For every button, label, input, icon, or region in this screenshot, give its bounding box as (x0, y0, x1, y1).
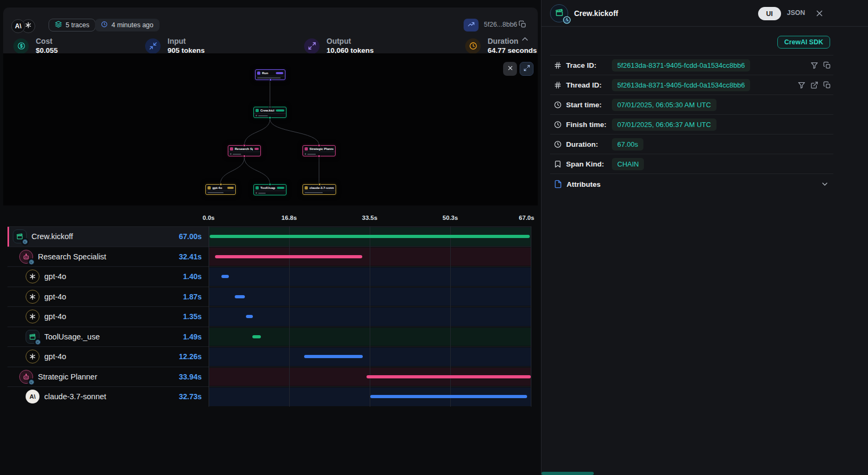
field-value-chip[interactable]: 5f2613da-8371-9405-fcdd-0a1534cc8bb6 (612, 79, 750, 91)
node-title: Research Speciali... (235, 147, 253, 151)
graph-node-run[interactable]: Run (255, 69, 285, 80)
clock-icon (465, 38, 481, 54)
row-label: gpt-4o (44, 272, 178, 281)
copy-icon[interactable] (823, 61, 831, 69)
copy-icon[interactable] (519, 20, 527, 28)
trace-viewer-app: A\ 5 traces 4 minutes ago 5f26...8bb6 Co… (0, 0, 868, 475)
axis-tick: 50.3s (443, 215, 458, 221)
span-detail-panel: Crew.kickoff UI JSON CrewAI SDK Trace ID… (541, 0, 868, 475)
node-icon (256, 109, 259, 112)
timeline-row[interactable]: Strategic Planner 33.94s (7, 367, 531, 387)
connector-dot (269, 106, 272, 108)
timeline-row[interactable]: gpt-4o 1.40s (7, 266, 531, 287)
timeline-row[interactable]: gpt-4o 1.35s (7, 306, 531, 327)
node-badge (276, 109, 284, 112)
openai-logo-icon (26, 270, 39, 283)
agent-robot-icon (19, 250, 33, 264)
output-label: Output (327, 37, 374, 46)
field-label: Thread ID: (566, 81, 612, 89)
trace-count-label: 5 traces (66, 21, 89, 29)
graph-node-claude[interactable]: claude-3.7-sonnet (302, 184, 336, 195)
bookmark-icon (554, 160, 562, 168)
row-duration: 1.49s (183, 332, 202, 341)
compress-arrows-icon (145, 38, 161, 54)
row-duration: 32.41s (179, 252, 202, 261)
node-title: ToolUsage._use (260, 186, 275, 189)
graph-node-strategic-planner[interactable]: Strategic Planner (302, 145, 336, 156)
trace-id-short: 5f26...8bb6 (484, 21, 517, 28)
panel-field: Span Kind: CHAIN (550, 154, 833, 174)
node-subtext (208, 192, 224, 193)
row-duration: 32.73s (179, 392, 202, 401)
stat-input: Input 905 tokens (145, 37, 205, 55)
chevron-down-icon[interactable] (821, 180, 829, 188)
clock-icon (554, 140, 562, 148)
connector-dot (269, 78, 272, 81)
clock-subbadge-icon (28, 258, 35, 266)
attributes-section[interactable]: Attributes (550, 174, 833, 194)
row-duration: 33.94s (179, 373, 202, 381)
timeline-axis: 0.0s16.8s33.5s50.3s67.0s (7, 212, 531, 226)
layers-icon (55, 21, 62, 29)
openai-logo-icon (26, 310, 39, 323)
connector-dot (243, 155, 246, 157)
node-subtext (258, 115, 268, 116)
field-value-chip[interactable]: 67.00s (612, 138, 643, 151)
gridline (370, 226, 370, 407)
panel-field: Duration: 67.00s (550, 134, 833, 154)
node-title: claude-3.7-sonnet (309, 186, 334, 189)
row-duration: 1.40s (183, 272, 202, 281)
panel-field: Thread ID: 5f2613da-8371-9405-fcdd-0a153… (550, 75, 833, 95)
crewai-icon (13, 229, 27, 243)
timeline-row[interactable]: gpt-4o 12.26s (7, 346, 531, 367)
metrics-button[interactable] (464, 19, 479, 31)
close-panel-button[interactable] (815, 9, 824, 18)
stat-output: Output 10,060 tokens (304, 37, 374, 55)
tab-ui[interactable]: UI (758, 7, 781, 20)
field-label: Span Kind: (566, 160, 612, 168)
field-value-chip[interactable]: CHAIN (612, 158, 644, 170)
field-label: Finish time: (566, 121, 612, 129)
gridline (531, 226, 531, 407)
tab-json[interactable]: JSON (787, 9, 805, 17)
filter-icon[interactable] (798, 81, 806, 89)
connector-dot (219, 183, 222, 186)
node-badge (227, 187, 234, 189)
anthropic-logo-icon: A\ (26, 390, 39, 403)
timeline-row[interactable]: Research Specialist 32.41s (7, 247, 531, 267)
external-link-icon[interactable] (810, 81, 818, 89)
file-icon (554, 180, 562, 188)
row-label: Research Specialist (38, 252, 174, 261)
field-value-chip[interactable]: 07/01/2025, 06:05:30 AM UTC (612, 99, 716, 111)
node-title: Run (262, 72, 274, 75)
trace-count-badge[interactable]: 5 traces (49, 19, 95, 31)
row-label: gpt-4o (44, 292, 178, 301)
graph-node-crew-kickoff[interactable]: Crew.kickoff (253, 107, 286, 118)
graph-node-toolusage[interactable]: ToolUsage._use (253, 184, 286, 195)
trending-up-icon (467, 20, 475, 30)
attributes-label: Attributes (567, 180, 601, 188)
field-value-chip[interactable]: 5f2613da-8371-9405-fcdd-0a1534cc8bb6 (612, 59, 750, 72)
crewai-icon (550, 4, 568, 22)
row-bar (235, 295, 245, 298)
copy-icon[interactable] (823, 81, 831, 89)
timeline-row[interactable]: Crew.kickoff 67.00s (7, 226, 531, 247)
chevron-up-icon[interactable] (520, 34, 530, 44)
openai-logo-icon (26, 290, 39, 304)
panel-scrollbar[interactable] (541, 472, 594, 475)
clock-subbadge-icon (28, 378, 35, 386)
timeline-row[interactable]: A\ claude-3.7-sonnet 32.73s (7, 386, 531, 407)
node-icon (305, 186, 308, 189)
expand-graph-button[interactable] (520, 62, 533, 76)
node-icon (257, 72, 260, 75)
timeline-row[interactable]: ToolUsage._use 1.49s (7, 327, 531, 347)
connector-dot (318, 144, 321, 147)
graph-node-research-specialist[interactable]: Research Speciali... (228, 145, 261, 156)
field-value-chip[interactable]: 07/01/2025, 06:06:37 AM UTC (612, 118, 716, 131)
graph-node-gpt-4o[interactable]: gpt-4o (205, 184, 236, 195)
filter-icon[interactable] (810, 61, 818, 69)
timeline-row[interactable]: gpt-4o 1.87s (7, 287, 531, 307)
clock-subbadge-icon (563, 17, 570, 25)
close-graph-button[interactable] (503, 62, 517, 76)
field-label: Duration: (566, 140, 612, 148)
